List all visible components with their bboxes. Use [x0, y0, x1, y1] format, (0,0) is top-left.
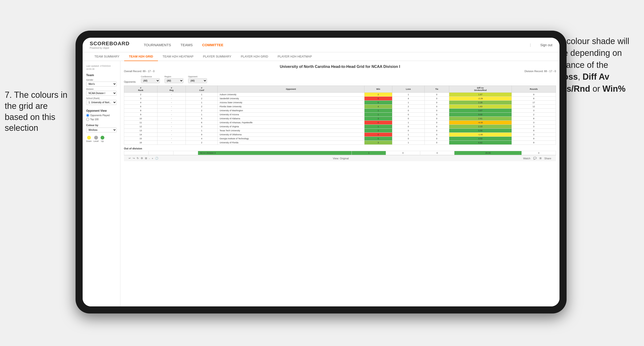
cell-loss: 1 [392, 141, 424, 145]
cell-conf: 2 [186, 97, 218, 101]
plus-icon[interactable]: + [152, 157, 153, 160]
conference-select[interactable]: (All) [141, 78, 160, 83]
legend-dot-level [94, 136, 98, 140]
gender-select[interactable]: Men's [86, 82, 116, 86]
cell-win: 2 [364, 93, 392, 97]
settings-icon[interactable]: ⚙ [141, 157, 143, 160]
legend-up: Up [100, 136, 104, 142]
cell-conf: 1 [186, 93, 218, 97]
cell-reg: - [157, 105, 186, 109]
col-conf: #Conf [186, 86, 218, 93]
cell-tie: 0 [424, 109, 449, 113]
cell-tie: 0 [424, 117, 449, 121]
cell-diff: 9.00 [449, 113, 512, 117]
cell-opponent: Georgia Institute of Technology [218, 137, 364, 141]
school-label: School (Rank) [86, 97, 116, 99]
share-button[interactable]: Share [544, 157, 551, 160]
school-select[interactable]: 1. University of Nort... [86, 100, 116, 105]
region-select[interactable]: (All) [164, 78, 184, 83]
cell-rank: 4 [124, 101, 158, 105]
divider: | [530, 43, 531, 47]
colour-by-select[interactable]: Win/loss [86, 128, 116, 133]
ood-conf [173, 151, 198, 155]
cell-diff: 5.56 [449, 129, 512, 133]
cell-diff: 6.62 [449, 141, 512, 145]
colour-by-label: Colour by [86, 124, 116, 127]
cell-win: 3 [364, 141, 392, 145]
cell-rank: 15 [124, 137, 158, 141]
filter-opponent: Opponent (All) [188, 75, 207, 83]
table-row: 4 - 1 Arizona State University 5 1 0 2.2… [124, 101, 556, 105]
cell-conf: 2 [186, 105, 218, 109]
table-row: 15 - 4 Georgia Institute of Technology 5… [124, 137, 556, 141]
division-label: Division [86, 88, 116, 90]
ood-rounds: 3 [522, 151, 556, 155]
out-of-division-row: NCAA Division II 1 0 0 26.00 3 [124, 151, 556, 155]
cell-loss: 0 [392, 125, 424, 129]
share-grid-icon[interactable]: ⊞ [540, 157, 542, 160]
comment-icon[interactable]: 💬 [533, 157, 536, 160]
undo-icon[interactable]: ↩ [129, 157, 131, 160]
tab-team-summary[interactable]: TEAM SUMMARY [90, 52, 124, 61]
grid-title: University of North Carolina Head-to-Hea… [124, 65, 556, 69]
cell-diff: -1.00 [449, 133, 512, 137]
main-content: Last Updated: 27/03/2024 16:55:38 Team G… [82, 61, 560, 306]
cell-opponent: University of Alabama [218, 117, 364, 121]
cell-win: 1 [364, 113, 392, 117]
view-label[interactable]: View: Original [333, 157, 349, 160]
watch-button[interactable]: Watch [523, 157, 530, 160]
cell-opponent: University of Florida [218, 141, 364, 145]
cell-rank: 2 [124, 93, 158, 97]
cell-loss: 1 [392, 133, 424, 137]
tab-team-h2h-grid[interactable]: TEAM H2H GRID [124, 52, 158, 61]
sub-navigation: TEAM SUMMARY TEAM H2H GRID TEAM H2H HEAT… [82, 52, 560, 61]
cell-diff: 1.67 [449, 93, 512, 97]
clock-icon[interactable]: 🕐 [155, 157, 158, 160]
cell-loss: 4 [392, 97, 424, 101]
nav-teams[interactable]: TEAMS [180, 42, 193, 48]
annotation-left: 7. The colours in the grid are based on … [5, 90, 73, 134]
cell-tie: 0 [424, 93, 449, 97]
tablet-device: SCOREBOARD Powered by clippd TOURNAMENTS… [76, 31, 566, 314]
legend-label-level: Level [94, 140, 99, 142]
table-row: 12 - 3 University of Virginia 1 0 0 2.33… [124, 125, 556, 129]
cell-reg: - [157, 97, 186, 101]
cell-diff: 2.28 [449, 101, 512, 105]
tab-team-h2h-heatmap[interactable]: TEAM H2H HEATMAP [158, 52, 198, 61]
legend-dot-up [100, 136, 104, 140]
cell-conf: 4 [186, 137, 218, 141]
nav-committee[interactable]: COMMITTEE [202, 42, 223, 48]
cell-rank: 13 [124, 129, 158, 133]
sign-out-link[interactable]: Sign out [540, 43, 552, 47]
refresh-icon[interactable]: ↻ [137, 157, 139, 160]
legend-down: Down [86, 136, 92, 142]
ood-win: 1 [352, 151, 386, 155]
col-reg: #Reg [157, 86, 186, 93]
division-select[interactable]: NCAA Division I [86, 91, 116, 96]
tablet-screen: SCOREBOARD Powered by clippd TOURNAMENTS… [82, 38, 560, 306]
dash-icon: - [149, 157, 150, 160]
crop-icon[interactable]: ⊞ [145, 157, 147, 160]
gender-label: Gender [86, 79, 116, 81]
cell-win: 0 [364, 133, 392, 137]
opponent-select[interactable]: (All) [188, 78, 207, 83]
cell-reg: - [157, 129, 186, 133]
nav-tournaments[interactable]: TOURNAMENTS [144, 42, 171, 48]
division-record: Division Record: 88 - 17 - 0 [524, 70, 556, 73]
radio-opponents-played: Opponents Played [86, 114, 116, 117]
legend-dot-down [87, 136, 91, 140]
cell-conf: 3 [186, 125, 218, 129]
cell-tie: 0 [424, 133, 449, 137]
cell-opponent: University of Arizona [218, 113, 364, 117]
ood-name: NCAA Division II [198, 151, 352, 155]
redo-icon[interactable]: ↪ [133, 157, 135, 160]
cell-win: 5 [364, 137, 392, 141]
tab-player-summary[interactable]: PLAYER SUMMARY [198, 52, 236, 61]
cell-rounds: 8 [512, 117, 556, 121]
table-row: 6 - 2 Florida State University 4 2 0 1.8… [124, 105, 556, 109]
tab-player-h2h-grid[interactable]: PLAYER H2H GRID [236, 52, 273, 61]
cell-opponent: Auburn University [218, 93, 364, 97]
nav-links: TOURNAMENTS TEAMS COMMITTEE [144, 42, 520, 48]
legend-level: Level [94, 136, 99, 142]
tab-player-h2h-heatmap[interactable]: PLAYER H2H HEATMAP [273, 52, 316, 61]
